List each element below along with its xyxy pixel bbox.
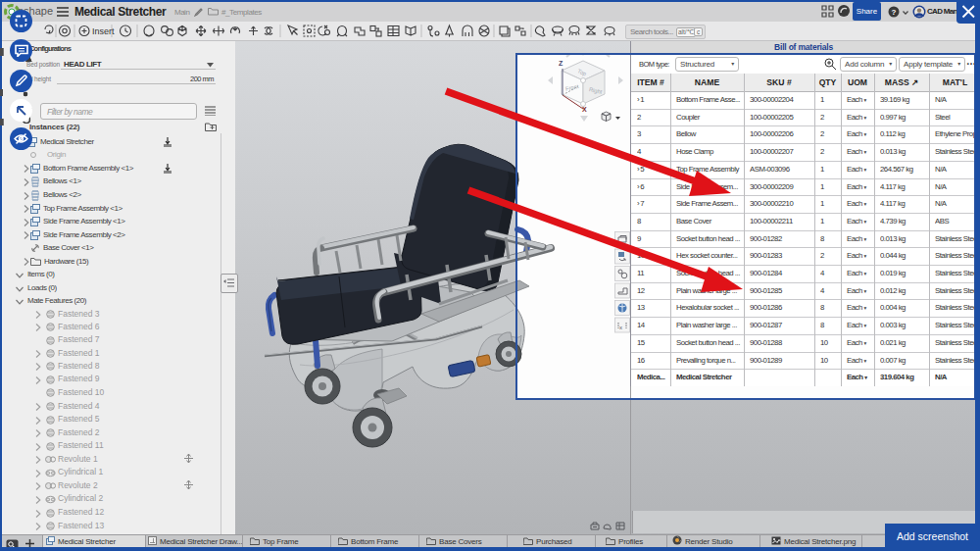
svg-text:?: ? xyxy=(892,8,897,17)
svg-text:Insert: Insert xyxy=(92,26,115,36)
